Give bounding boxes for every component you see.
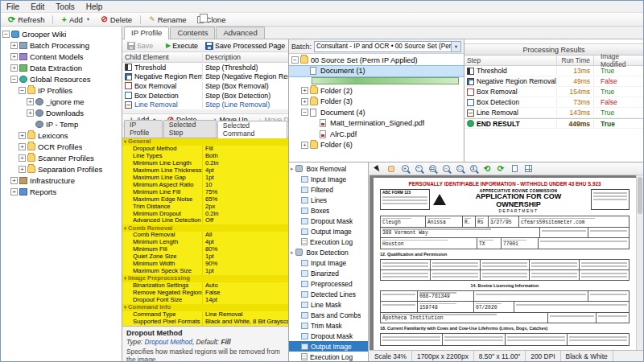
property-row-remove-negated-regions[interactable]: Remove Negated RegionsFalse	[122, 290, 288, 297]
property-value[interactable]: False	[203, 290, 288, 297]
result-row-box-detection[interactable]: Box Detection73msFalse	[464, 97, 643, 108]
chevron-down-icon[interactable]: ▼	[451, 42, 460, 51]
property-row-minimum-dropout[interactable]: Minimum Dropout0.2in	[122, 211, 288, 218]
diag-item-box-detection-output-image[interactable]: Output Image	[289, 341, 368, 352]
viewer-tool-actual-size[interactable]: 1	[467, 163, 480, 175]
tree-item-ip-profiles[interactable]: −IP Profiles	[1, 84, 122, 96]
property-category-comb-removal[interactable]: ▾Comb Removal	[122, 224, 288, 232]
document-thumbnail[interactable]	[312, 77, 459, 84]
expand-icon[interactable]: +	[10, 177, 18, 184]
add-button[interactable]: +Add▼	[56, 14, 95, 26]
tree-item-downloads[interactable]: +Downloads	[1, 107, 122, 118]
result-row-line-removal[interactable]: Line Removal143msTrue	[464, 108, 643, 118]
property-row-comb-removal[interactable]: Comb RemovalAll	[122, 232, 288, 239]
result-row-threshold[interactable]: Threshold13msTrue	[464, 66, 643, 76]
batch-node-matt-termination-signed-pdf[interactable]: Matt_termination_Signed.pdf	[289, 118, 464, 130]
property-value[interactable]: 90%	[203, 261, 288, 268]
tree-item-scanner-profiles[interactable]: +Scanner Profiles	[1, 152, 122, 163]
property-row-quiet-zone-size[interactable]: Quiet Zone Size1pt	[122, 253, 288, 261]
property-value[interactable]: 14pt	[203, 297, 288, 304]
viewer-tool-fit-page[interactable]: □	[453, 163, 466, 175]
expand-icon[interactable]: +	[10, 188, 18, 195]
property-row-binarization-settings[interactable]: Binarization SettingsAuto	[122, 282, 288, 290]
diag-item-box-detection-dropout-mask[interactable]: Dropout Mask	[289, 331, 368, 341]
property-value[interactable]: 4pt	[203, 239, 288, 246]
menu-tools[interactable]: Tools	[50, 1, 80, 12]
tree-item-lexicons[interactable]: +Lexicons	[1, 130, 122, 141]
diag-item-box-removal-lines[interactable]: Lines	[289, 195, 368, 205]
refresh-button[interactable]: ⟳Refresh	[3, 14, 49, 26]
property-row-minimum-aspect-ratio[interactable]: Minimum Aspect Ratio10	[122, 182, 288, 189]
property-row-minimum-length[interactable]: Minimum Length4pt	[122, 239, 288, 246]
expand-icon[interactable]: +	[301, 142, 308, 149]
child-element-row-line-removal[interactable]: Line RemovalStep (Line Removal)	[122, 100, 288, 109]
expand-icon[interactable]: +	[27, 109, 34, 117]
expand-icon[interactable]: +	[19, 132, 26, 139]
expand-icon[interactable]: +	[301, 98, 308, 105]
collapse-icon[interactable]: −	[19, 87, 26, 94]
diag-group-box-detection[interactable]: ▸Box Detection	[289, 247, 368, 257]
child-element-row-threshold[interactable]: ThresholdStep (Threshold)	[122, 63, 288, 72]
viewer-tool-single-page-view[interactable]	[508, 163, 521, 175]
delete-button[interactable]: ⊘Delete	[96, 14, 137, 26]
property-row-minimum-fill[interactable]: Minimum Fill80%	[122, 246, 288, 253]
diag-item-box-detection-input-image[interactable]: Input Image	[289, 257, 368, 268]
property-row-minimum-width[interactable]: Minimum Width90%	[122, 261, 288, 268]
collapse-icon[interactable]: −	[301, 109, 308, 116]
expand-icon[interactable]: +	[10, 42, 18, 49]
collapse-icon[interactable]: −	[2, 31, 10, 38]
tree-item-ocr-profiles[interactable]: +OCR Profiles	[1, 141, 122, 152]
batch-node-00-source-set-perm-ip-applied[interactable]: −00 Source Set (Perm IP Applied)	[289, 55, 464, 66]
diag-item-box-removal-boxes[interactable]: Boxes	[289, 205, 368, 216]
viewer-tool-fit-width[interactable]: ↔	[440, 163, 452, 175]
menu-file[interactable]: File	[1, 1, 25, 12]
tree-item-grooper-wiki[interactable]: −Grooper Wiki	[1, 28, 122, 39]
scrollbar-thumb[interactable]	[638, 177, 642, 214]
tree-item-data-extraction[interactable]: +Data Extraction	[1, 62, 122, 73]
diag-group-box-removal[interactable]: ▸Box Removal	[289, 163, 368, 174]
menu-edit[interactable]: Edit	[25, 1, 50, 12]
diag-item-box-removal-output-image[interactable]: Output Image	[289, 226, 368, 237]
diag-item-box-removal-dropout-mask[interactable]: Dropout Mask	[289, 216, 368, 226]
property-value[interactable]: 80%	[203, 246, 288, 253]
child-element-row-box-removal[interactable]: Box RemovalStep (Box Removal)	[122, 81, 288, 91]
diag-item-box-detection-binarized[interactable]: Binarized	[289, 268, 368, 278]
expand-icon[interactable]: +	[10, 64, 18, 72]
tree-item-separation-profiles[interactable]: +Separation Profiles	[1, 163, 122, 175]
property-value[interactable]: 0.2in	[203, 160, 288, 167]
batch-selector[interactable]: Consultant - IP and OCR • 00 Source Set …	[314, 41, 461, 52]
property-value[interactable]: Both	[203, 153, 288, 160]
property-value[interactable]: 10	[203, 182, 288, 189]
result-row-end-result[interactable]: END RESULT449msTrue	[464, 118, 643, 129]
property-category-command-info[interactable]: ▾Command Info	[122, 304, 288, 311]
collapse-icon[interactable]: −	[291, 56, 299, 64]
batch-node-folder-3[interactable]: +Folder (3)	[289, 97, 464, 108]
property-value[interactable]: Black and White, 8 Bit Grayscale, 24	[203, 319, 288, 326]
property-value[interactable]: Auto	[203, 282, 288, 290]
tab-advanced[interactable]: Advanced	[216, 27, 264, 39]
diag-item-box-removal-execution-log[interactable]: Execution Log	[289, 237, 368, 247]
tab-contents[interactable]: Contents	[170, 27, 215, 39]
save-processed-page-button[interactable]: Save Processed Page	[202, 40, 288, 51]
tab-selected-step[interactable]: Selected Step	[163, 120, 217, 138]
property-value[interactable]: All	[203, 232, 288, 239]
expand-icon[interactable]: +	[19, 154, 26, 162]
tree-item-batch-processing[interactable]: +Batch Processing	[1, 39, 122, 51]
batch-node-folder-6[interactable]: +Folder (6)	[289, 140, 464, 151]
child-element-row-box-detection[interactable]: Box DetectionStep (Box Detection)	[122, 91, 288, 101]
viewer-tool-rotate-right[interactable]: ⟳	[494, 163, 507, 175]
clone-button[interactable]: Clone	[192, 14, 231, 26]
diag-item-box-detection-bars-and-combs[interactable]: Bars and Combs	[289, 310, 368, 320]
property-value[interactable]: 1pt	[203, 268, 288, 275]
viewer-tool-zoom-out[interactable]: −	[412, 163, 425, 175]
property-row-trim-distance[interactable]: Trim Distance2px	[122, 204, 288, 211]
property-row-maximum-line-gap[interactable]: Maximum Line Gap1pt	[122, 175, 288, 182]
viewer-tool-pointer[interactable]	[371, 163, 384, 175]
tree-item-reports[interactable]: +Reports	[1, 186, 122, 197]
property-row-minimum-line-fill[interactable]: Minimum Line Fill75%	[122, 189, 288, 196]
property-value[interactable]: 4pt	[203, 167, 288, 175]
viewer-tool-zoom-window[interactable]: ▭	[426, 163, 439, 175]
diag-item-box-detection-trim-mask[interactable]: Trim Mask	[289, 320, 368, 331]
tab-ip-profile[interactable]: IP Profile	[124, 120, 163, 138]
viewer-tool-rotate-left[interactable]: ⟲	[481, 163, 493, 175]
